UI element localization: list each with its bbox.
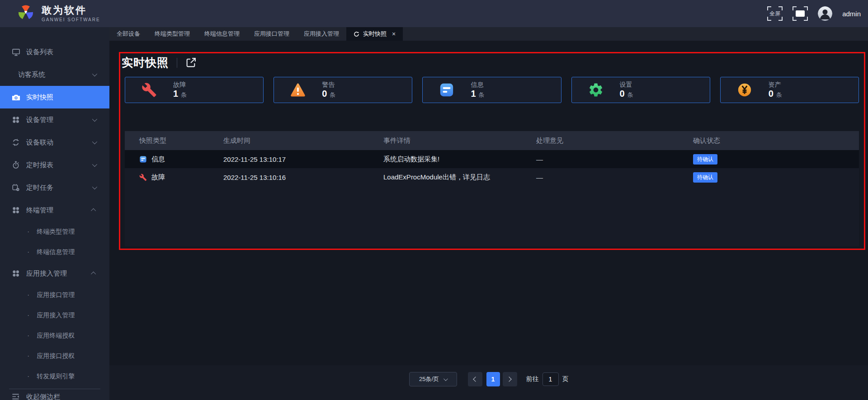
stat-card-info[interactable]: 信息 1 条 xyxy=(422,77,561,103)
username[interactable]: admin xyxy=(842,10,861,18)
sidebar-subitem-terminal-type[interactable]: · 终端类型管理 xyxy=(0,221,109,242)
collapse-sidebar-button[interactable]: 收起侧边栏 xyxy=(0,390,109,400)
stat-card-label: 故障 xyxy=(173,81,187,89)
external-link-icon[interactable] xyxy=(185,57,197,68)
tab-close-icon[interactable] xyxy=(392,30,396,38)
yen-icon xyxy=(736,81,753,99)
page-unit-label: 页 xyxy=(562,375,569,383)
chevron-down-icon xyxy=(92,139,97,144)
sync-icon xyxy=(11,138,20,147)
task-schedule-icon xyxy=(11,183,20,192)
sidebar-item-label: 应用接口授权 xyxy=(37,352,75,360)
sidebar-item-device-management[interactable]: 设备管理 xyxy=(0,108,109,131)
snapshot-detail: LoadExProcModule出错，详见日志 xyxy=(383,173,536,182)
title-divider xyxy=(177,58,177,68)
snapshot-type: 故障 xyxy=(151,173,165,182)
page-size-value: 25条/页 xyxy=(419,375,439,383)
sidebar-item-label: 定时任务 xyxy=(26,184,53,192)
user-silhouette-icon xyxy=(818,6,832,21)
tab-terminal-info[interactable]: 终端信息管理 xyxy=(197,27,247,41)
chevron-down-icon xyxy=(92,162,97,167)
wrench-icon xyxy=(141,81,158,99)
sidebar-item-label: 应用接入管理 xyxy=(26,269,67,278)
chevron-down-icon xyxy=(92,184,97,189)
fullscreen-text-button[interactable]: 全屏 xyxy=(767,6,783,21)
tab-terminal-type[interactable]: 终端类型管理 xyxy=(147,27,197,41)
tab-app-access[interactable]: 应用接入管理 xyxy=(297,27,346,41)
bullet-icon: · xyxy=(27,312,29,319)
sidebar-item-device-linkage[interactable]: 设备联动 xyxy=(0,131,109,154)
tab-app-interface[interactable]: 应用接口管理 xyxy=(247,27,297,41)
chevron-up-icon xyxy=(91,272,96,277)
sidebar-subitem-forward-rule-engine[interactable]: · 转发规则引擎 xyxy=(0,366,109,386)
refresh-icon[interactable] xyxy=(354,31,359,37)
sidebar-subitem-app-interface-auth[interactable]: · 应用接口授权 xyxy=(0,346,109,366)
sidebar-item-realtime-snapshot[interactable]: 实时快照 xyxy=(0,86,109,108)
header-actions: 全屏 admin xyxy=(767,6,861,21)
sidebar-item-terminal-management[interactable]: 终端管理 xyxy=(0,199,109,221)
stat-card-count: 1 xyxy=(173,89,178,99)
info-icon xyxy=(139,155,147,163)
stat-card-fault[interactable]: 故障 1 条 xyxy=(125,77,264,103)
fullscreen-rect-button[interactable] xyxy=(793,6,808,21)
snapshot-table: 快照类型 生成时间 事件详情 处理意见 确认状态 信息 xyxy=(125,131,859,246)
sidebar-subitem-app-interface-management[interactable]: · 应用接口管理 xyxy=(0,285,109,305)
next-page-button[interactable] xyxy=(503,372,517,386)
pagination: 25条/页 1 前往 页 xyxy=(109,372,868,386)
sidebar-subitem-terminal-info[interactable]: · 终端信息管理 xyxy=(0,242,109,262)
status-badge[interactable]: 待确认 xyxy=(693,154,717,165)
tab-all-devices[interactable]: 全部设备 xyxy=(109,27,147,41)
status-badge[interactable]: 待确认 xyxy=(693,172,717,183)
collapse-sidebar-icon xyxy=(11,392,20,400)
stat-card-label: 信息 xyxy=(471,81,484,89)
sidebar-item-app-access-management[interactable]: 应用接入管理 xyxy=(0,262,109,285)
wrench-icon xyxy=(139,174,147,181)
sidebar-divider xyxy=(9,389,100,389)
sidebar-item-scheduled-tasks[interactable]: 定时任务 xyxy=(0,176,109,199)
apps-icon xyxy=(11,206,20,215)
app-window: 敢为软件 GANWEI SOFTWARE 全屏 admin xyxy=(0,0,868,400)
stat-card-label: 设置 xyxy=(620,81,633,89)
sidebar-item-label: 应用接口管理 xyxy=(37,291,75,299)
chevron-down-icon xyxy=(92,117,97,122)
sidebar-item-label: 实时快照 xyxy=(26,93,53,102)
sidebar-item-visitor-system[interactable]: 访客系统 xyxy=(0,63,109,86)
bullet-icon: · xyxy=(27,249,29,256)
sidebar-item-label: 终端信息管理 xyxy=(37,248,75,256)
sidebar-item-label: 设备联动 xyxy=(26,138,53,147)
camera-icon xyxy=(11,93,20,102)
page-size-select[interactable]: 25条/页 xyxy=(409,372,457,386)
chevron-right-icon xyxy=(506,376,511,381)
sidebar-item-label: 终端管理 xyxy=(26,206,53,215)
logo-subtitle: GANWEI SOFTWARE xyxy=(42,17,100,22)
logo-mark-icon xyxy=(16,5,35,22)
app-header: 敢为软件 GANWEI SOFTWARE 全屏 admin xyxy=(0,0,868,27)
column-header: 生成时间 xyxy=(223,136,383,145)
sidebar-item-scheduled-reports[interactable]: 定时报表 xyxy=(0,154,109,176)
chevron-left-icon xyxy=(473,376,478,381)
sidebar-subitem-app-access[interactable]: · 应用接入管理 xyxy=(0,305,109,325)
bullet-icon: · xyxy=(27,353,29,360)
column-header: 处理意见 xyxy=(536,136,693,145)
page-number-button[interactable]: 1 xyxy=(486,372,500,386)
column-header: 事件详情 xyxy=(383,136,536,145)
stat-card-count: 0 xyxy=(620,89,625,99)
snapshot-opinion: — xyxy=(536,174,693,181)
sidebar-item-label: 定时报表 xyxy=(26,161,53,169)
collapse-sidebar-label: 收起侧边栏 xyxy=(26,393,60,400)
prev-page-button[interactable] xyxy=(468,372,482,386)
goto-page-input[interactable] xyxy=(542,372,559,386)
sidebar-item-device-list[interactable]: 设备列表 xyxy=(0,41,109,63)
stat-card-settings[interactable]: 设置 0 条 xyxy=(571,77,710,103)
avatar[interactable] xyxy=(818,6,832,21)
chevron-down-icon xyxy=(443,376,448,381)
stat-card-warning[interactable]: 警告 0 条 xyxy=(274,77,412,103)
sidebar-subitem-app-terminal-auth[interactable]: · 应用终端授权 xyxy=(0,325,109,346)
logo: 敢为软件 GANWEI SOFTWARE xyxy=(16,5,100,22)
table-row: 信息 2022-11-25 13:10:17 系统启动数据采集! — 待确认 xyxy=(125,150,859,168)
bullet-icon: · xyxy=(27,332,29,339)
stat-card-assets[interactable]: 资产 0 条 xyxy=(720,77,859,103)
gear-icon xyxy=(587,81,604,99)
apps-icon xyxy=(11,269,20,278)
tab-realtime-snapshot[interactable]: 实时快照 xyxy=(346,27,403,41)
